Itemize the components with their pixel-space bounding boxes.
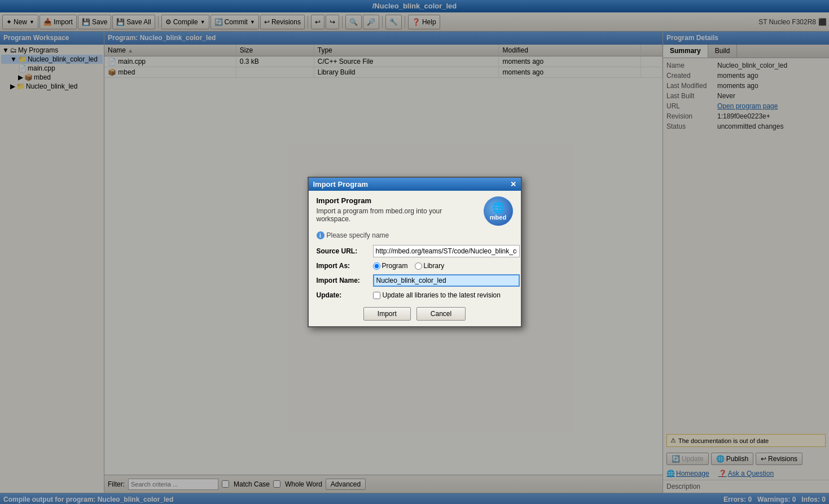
import-name-row: Import Name: (317, 274, 513, 287)
import-as-row: Import As: Program Library (317, 262, 513, 270)
modal-header-section: Import Program Import a program from mbe… (317, 196, 513, 226)
info-text: Please specify name (327, 231, 389, 239)
import-button[interactable]: Import (363, 307, 411, 321)
update-row: Update: Update all libraries to the late… (317, 291, 513, 299)
source-url-input[interactable] (373, 245, 520, 257)
modal-info-bar: i Please specify name (317, 231, 513, 239)
update-checkbox[interactable] (373, 292, 380, 299)
radio-group: Program Library (373, 262, 513, 270)
import-dialog: Import Program ✕ Import Program Import a… (308, 177, 522, 327)
radio-library-text: Library (424, 262, 445, 270)
radio-program-label[interactable]: Program (373, 262, 408, 270)
mbed-logo: 🌐 mbed (484, 196, 513, 226)
modal-buttons: Import Cancel (317, 307, 513, 321)
modal-close-icon[interactable]: ✕ (510, 180, 516, 189)
import-name-label: Import Name: (317, 277, 373, 284)
source-url-row: Source URL: (317, 245, 513, 257)
modal-heading: Import Program (317, 196, 478, 205)
update-checkbox-text: Update all libraries to the latest revis… (383, 291, 501, 299)
modal-body: Import Program Import a program from mbe… (309, 191, 521, 326)
cancel-button[interactable]: Cancel (416, 307, 466, 321)
import-as-label: Import As: (317, 262, 373, 270)
source-url-label: Source URL: (317, 247, 373, 255)
update-checkbox-label[interactable]: Update all libraries to the latest revis… (373, 291, 513, 299)
import-as-options: Program Library (373, 262, 513, 270)
modal-form: Source URL: Import As: Program (317, 245, 513, 299)
update-label: Update: (317, 291, 373, 299)
modal-titlebar: Import Program ✕ (309, 178, 521, 191)
radio-program-text: Program (382, 262, 408, 270)
modal-text: Import Program Import a program from mbe… (317, 196, 478, 223)
modal-title: Import Program (313, 180, 369, 189)
radio-library[interactable] (415, 262, 422, 270)
radio-program[interactable] (373, 262, 380, 270)
info-icon: i (317, 231, 324, 239)
modal-overlay: Import Program ✕ Import Program Import a… (0, 0, 829, 504)
radio-library-label[interactable]: Library (415, 262, 445, 270)
source-url-field (373, 245, 520, 257)
import-name-input[interactable] (373, 274, 520, 287)
import-name-field (373, 274, 520, 287)
update-field: Update all libraries to the latest revis… (373, 291, 513, 299)
modal-description: Import a program from mbed.org into your… (317, 207, 478, 223)
